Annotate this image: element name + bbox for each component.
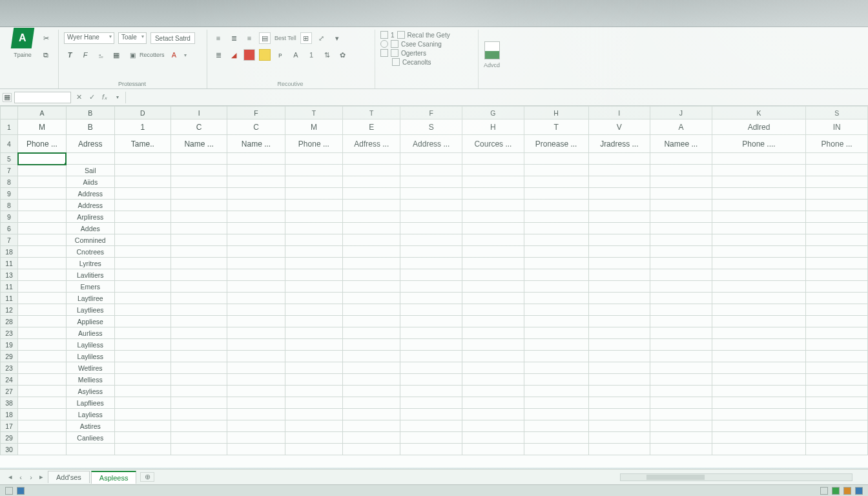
cell[interactable] [170,176,227,188]
cell[interactable] [170,258,227,269]
cell[interactable] [524,386,588,397]
row-header[interactable]: 5 [1,153,18,165]
font-color-icon[interactable]: A [169,49,180,61]
cell[interactable] [524,304,588,316]
row-header[interactable]: 19 [1,339,18,351]
cell[interactable]: Name ... [227,135,285,153]
cell[interactable] [588,304,650,316]
cell[interactable] [227,223,285,234]
cell[interactable] [806,200,868,211]
cell[interactable] [114,293,170,304]
italic-icon[interactable]: F [79,49,91,61]
cell[interactable] [462,362,524,374]
cell[interactable] [18,211,67,223]
cell[interactable] [343,351,400,362]
cell[interactable] [114,258,170,269]
cell[interactable] [712,386,806,397]
cell[interactable] [524,339,588,351]
cell[interactable] [285,200,342,211]
cell[interactable] [400,188,462,200]
cell[interactable] [343,432,400,444]
cell[interactable] [462,269,524,281]
format-num-icon[interactable]: 1 [305,49,317,61]
cell[interactable] [343,176,400,188]
cell[interactable] [18,153,67,165]
cell[interactable] [114,304,170,316]
cell[interactable] [285,304,342,316]
cell[interactable] [462,200,524,211]
column-header[interactable]: D [114,107,170,119]
cell[interactable] [343,420,400,432]
column-header[interactable]: B [66,107,114,119]
cell[interactable] [170,351,227,362]
font-size-dropdown[interactable]: Toale [118,32,147,44]
cell[interactable] [588,211,650,223]
cell[interactable] [712,327,806,339]
cell[interactable] [170,339,227,351]
column-header[interactable]: K [712,107,806,119]
column-header[interactable]: I [588,107,650,119]
cell[interactable] [650,420,712,432]
cell[interactable] [227,176,285,188]
cell[interactable] [462,397,524,409]
cell[interactable] [712,444,806,455]
cell[interactable]: Adfress ... [343,135,400,153]
cell[interactable]: Addes [66,223,114,234]
cell[interactable] [712,432,806,444]
cell[interactable]: M [285,119,342,135]
cell[interactable] [170,165,227,176]
cell[interactable] [650,269,712,281]
cell[interactable] [712,420,806,432]
cell[interactable] [650,293,712,304]
cell[interactable] [343,188,400,200]
cell[interactable] [588,281,650,293]
cell[interactable] [462,234,524,246]
cell[interactable] [227,281,285,293]
cell[interactable]: Arpliress [66,211,114,223]
row-header[interactable]: 11 [1,293,18,304]
cell[interactable] [712,374,806,386]
cell[interactable]: Phone .... [712,135,806,153]
cell[interactable] [18,269,67,281]
cell[interactable] [462,316,524,327]
row-header[interactable]: 17 [1,420,18,432]
cell[interactable] [650,327,712,339]
cell[interactable] [170,269,227,281]
copy-icon[interactable]: ⧉ [40,49,52,61]
cell[interactable] [462,211,524,223]
cell[interactable] [170,316,227,327]
add-sheet-icon[interactable]: ⊕ [140,472,154,482]
cell[interactable] [462,281,524,293]
cell-style1-icon[interactable] [243,49,255,61]
cell[interactable] [18,362,67,374]
view-break-icon[interactable] [843,487,851,495]
cell[interactable] [588,153,650,165]
cell[interactable] [588,420,650,432]
row-header[interactable]: 18 [1,409,18,420]
cell[interactable] [227,153,285,165]
cell[interactable] [400,351,462,362]
cell[interactable] [588,374,650,386]
cell[interactable] [650,246,712,258]
format-p-icon[interactable]: ᴘ [274,49,286,61]
cell[interactable] [285,176,342,188]
cell[interactable]: Sail [66,165,114,176]
cell[interactable] [285,316,342,327]
cell[interactable] [343,374,400,386]
row-header[interactable]: 23 [1,327,18,339]
cell[interactable] [650,397,712,409]
cell[interactable] [18,327,67,339]
cell[interactable] [588,165,650,176]
cell[interactable] [524,176,588,188]
row-header[interactable]: 8 [1,200,18,211]
cell[interactable] [343,223,400,234]
cell[interactable] [18,281,67,293]
cell[interactable] [588,258,650,269]
cell[interactable] [400,362,462,374]
cell[interactable] [400,211,462,223]
cell[interactable] [806,269,868,281]
cell[interactable] [114,374,170,386]
underline-icon[interactable]: ⎁ [95,49,107,61]
cell[interactable] [524,234,588,246]
cell[interactable]: Name ... [170,135,227,153]
